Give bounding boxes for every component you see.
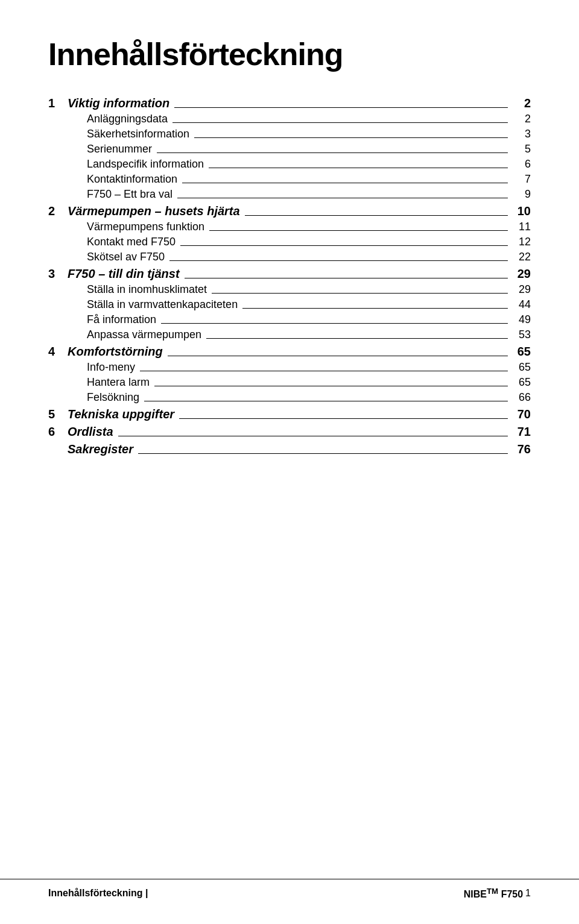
toc-sub-item-anlaggningsdata: Anläggningsdata 2 [68, 113, 531, 125]
footer-model: F750 [501, 889, 523, 899]
toc-sub-item-stallavarmvatten: Ställa in varmvattenkapaciteten 44 [68, 298, 531, 311]
toc-sub-page-sakerhetsinformation: 3 [513, 128, 531, 140]
footer-page-number: 1 [525, 888, 531, 899]
toc-dots [242, 308, 508, 309]
toc-dots-6 [118, 436, 508, 436]
toc-sub-label-infomeny: Info-meny [87, 361, 135, 374]
toc-sub-label-fainformation: Få information [87, 313, 156, 326]
toc-sub-item-skotself750: Skötsel av F750 22 [68, 251, 531, 263]
toc-sub-items-4: Info-meny 65 Hantera larm 65 Felsökning … [48, 361, 531, 404]
toc-sub-item-serienummer: Serienummer 5 [68, 143, 531, 156]
toc-dots [169, 260, 508, 261]
footer-trademark: TM [487, 887, 498, 896]
toc-dots [182, 183, 508, 183]
toc-dots-3 [185, 278, 508, 278]
toc-label-2: Värmepumpen – husets hjärta [68, 204, 240, 218]
toc-section-5: 5 Tekniska uppgifter 70 [48, 407, 531, 421]
toc-item-1: 1 Viktig information 2 [48, 96, 531, 110]
toc-dots [194, 137, 508, 138]
toc-dots-sakregister [138, 453, 508, 454]
toc-dots [157, 152, 508, 153]
toc-content: 1 Viktig information 2 Anläggningsdata 2… [48, 96, 531, 456]
page-footer: Innehållsförteckning | NIBETM F750 1 [0, 879, 579, 900]
toc-sub-page-stallavarmvatten: 44 [513, 298, 531, 311]
toc-item-sakregister: Sakregister 76 [48, 442, 531, 456]
toc-sub-label-sakerhetsinformation: Säkerhetsinformation [87, 128, 189, 140]
toc-page-1: 2 [513, 96, 531, 110]
toc-section-3: 3 F750 – till din tjänst 29 Ställa in in… [48, 267, 531, 341]
toc-dots-5 [179, 418, 508, 419]
toc-sub-label-serienummer: Serienummer [87, 143, 152, 156]
toc-dots [172, 122, 508, 123]
toc-sub-label-kontaktf750: Kontakt med F750 [87, 236, 176, 248]
toc-sub-page-stallainomhus: 29 [513, 283, 531, 296]
toc-dots [140, 371, 508, 371]
toc-sub-page-kontaktf750: 12 [513, 236, 531, 248]
toc-sub-item-felsokning: Felsökning 66 [68, 391, 531, 404]
toc-dots [180, 245, 508, 246]
toc-dots-4 [168, 356, 508, 356]
toc-sub-item-landspecifik: Landspecifik information 6 [68, 158, 531, 171]
toc-sub-item-kontaktf750: Kontakt med F750 12 [68, 236, 531, 248]
toc-sub-label-landspecifik: Landspecifik information [87, 158, 204, 171]
toc-dots [154, 386, 508, 386]
toc-sub-item-infomeny: Info-meny 65 [68, 361, 531, 374]
toc-number-5: 5 [48, 407, 68, 421]
toc-dots [212, 293, 508, 294]
toc-sub-page-fainformation: 49 [513, 313, 531, 326]
toc-sub-item-sakerhetsinformation: Säkerhetsinformation 3 [68, 128, 531, 140]
toc-sub-label-stallainomhus: Ställa in inomhusklimatet [87, 283, 207, 296]
toc-dots-2 [245, 215, 508, 216]
toc-page-sakregister: 76 [513, 442, 531, 456]
footer-right: NIBETM F750 1 [464, 887, 531, 900]
toc-sub-page-felsokning: 66 [513, 391, 531, 404]
toc-item-5: 5 Tekniska uppgifter 70 [48, 407, 531, 421]
toc-sub-label-anpassa: Anpassa värmepumpen [87, 328, 201, 341]
toc-item-6: 6 Ordlista 71 [48, 425, 531, 439]
toc-number-2: 2 [48, 204, 68, 218]
toc-sub-page-anlaggningsdata: 2 [513, 113, 531, 125]
toc-sub-page-kontaktinformation: 7 [513, 173, 531, 186]
toc-sub-page-hanteralarm: 65 [513, 376, 531, 389]
toc-dots-1 [174, 107, 508, 108]
toc-sub-label-stallavarmvatten: Ställa in varmvattenkapaciteten [87, 298, 238, 311]
toc-number-4: 4 [48, 345, 68, 359]
toc-section-4: 4 Komfortstörning 65 Info-meny 65 Hanter… [48, 345, 531, 404]
toc-sub-page-f750bra: 9 [513, 188, 531, 201]
toc-sub-item-kontaktinformation: Kontaktinformation 7 [68, 173, 531, 186]
toc-label-sakregister: Sakregister [68, 442, 133, 456]
toc-sub-page-varmepumpfunktion: 11 [513, 221, 531, 233]
toc-item-2: 2 Värmepumpen – husets hjärta 10 [48, 204, 531, 218]
toc-label-1: Viktig information [68, 96, 169, 110]
toc-sub-label-f750bra: F750 – Ett bra val [87, 188, 172, 201]
toc-sub-page-anpassa: 53 [513, 328, 531, 341]
toc-sub-page-infomeny: 65 [513, 361, 531, 374]
page-container: Innehållsförteckning 1 Viktig informatio… [0, 0, 579, 924]
toc-sub-label-anlaggningsdata: Anläggningsdata [87, 113, 168, 125]
toc-page-4: 65 [513, 345, 531, 359]
toc-label-5: Tekniska uppgifter [68, 407, 174, 421]
toc-label-4: Komfortstörning [68, 345, 163, 359]
toc-page-5: 70 [513, 407, 531, 421]
toc-sub-items-2: Värmepumpens funktion 11 Kontakt med F75… [48, 221, 531, 263]
footer-left-text: Innehållsförteckning | [48, 888, 148, 899]
toc-sub-items-3: Ställa in inomhusklimatet 29 Ställa in v… [48, 283, 531, 341]
toc-sub-page-skotself750: 22 [513, 251, 531, 263]
toc-page-6: 71 [513, 425, 531, 439]
toc-item-3: 3 F750 – till din tjänst 29 [48, 267, 531, 281]
toc-dots [209, 168, 508, 168]
toc-item-4: 4 Komfortstörning 65 [48, 345, 531, 359]
toc-sub-page-serienummer: 5 [513, 143, 531, 156]
toc-section-6: 6 Ordlista 71 [48, 425, 531, 439]
toc-section-sakregister: Sakregister 76 [48, 442, 531, 456]
toc-sub-item-f750bra: F750 – Ett bra val 9 [68, 188, 531, 201]
toc-sub-label-skotself750: Skötsel av F750 [87, 251, 165, 263]
toc-dots [206, 338, 508, 339]
toc-dots [161, 323, 508, 324]
toc-sub-items-1: Anläggningsdata 2 Säkerhetsinformation 3… [48, 113, 531, 201]
toc-sub-item-anpassa: Anpassa värmepumpen 53 [68, 328, 531, 341]
toc-section-1: 1 Viktig information 2 Anläggningsdata 2… [48, 96, 531, 201]
toc-number-6: 6 [48, 425, 68, 439]
toc-sub-item-varmepumpfunktion: Värmepumpens funktion 11 [68, 221, 531, 233]
toc-sub-item-stallainomhus: Ställa in inomhusklimatet 29 [68, 283, 531, 296]
